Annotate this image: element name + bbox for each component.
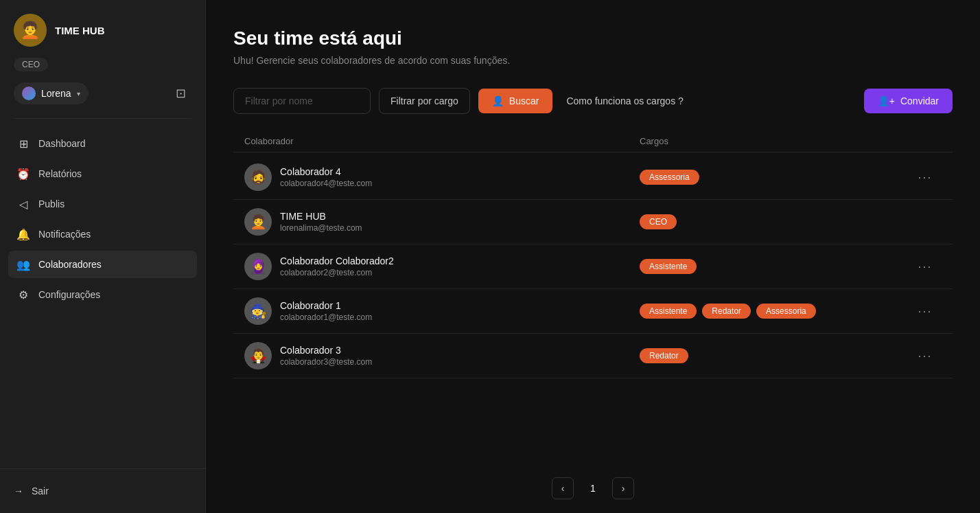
sidebar-item-dashboard-label: Dashboard [38,138,86,149]
collaborator-name: Colaborador 1 [280,300,372,311]
app-name: TIME HUB [55,25,105,36]
buscar-label: Buscar [509,95,539,106]
sidebar-item-configuracoes[interactable]: ⚙ Configurações [8,281,197,308]
sidebar: 🧑‍🦱 TIME HUB CEO Lorena ▾ ⊡ ⊞ Dashboard … [0,0,206,513]
user-pill[interactable]: Lorena ▾ [14,82,89,104]
convidar-label: Convidar [900,95,939,106]
collaborators-table: Colaborador Cargos 🧔 Colaborador 4 colab… [233,130,953,464]
sidebar-divider [14,118,191,119]
collaborator-info: 🧔 Colaborador 4 colaborador4@teste.com [244,163,640,191]
collaborator-email: colaborador3@teste.com [280,357,372,367]
collaborator-avatar: 🧕 [244,253,272,280]
collaborator-email: colaborador2@teste.com [280,268,394,277]
collaborator-avatar: 🧙 [244,297,272,325]
badge: Assessoria [756,304,816,319]
filter-name-input[interactable] [233,88,371,114]
user-name: Lorena [41,88,71,99]
publis-icon: ◁ [16,197,30,211]
table-row: 🧔 Colaborador 4 colaborador4@teste.com A… [233,155,953,200]
app-avatar: 🧑‍🦱 [14,14,47,47]
collaborator-avatar: 🧛 [244,342,272,369]
signout-label: Sair [32,486,49,497]
signout-button[interactable]: → Sair [14,480,191,502]
sidebar-item-notificacoes-label: Notificações [38,229,91,240]
collaborator-info: 🧕 Colaborador Colaborador2 colaborador2@… [244,253,640,280]
collaborator-name: Colaborador 4 [280,166,372,177]
next-page-button[interactable]: › [612,477,634,499]
collaborator-badges: Redator [640,348,914,363]
collaborator-info: 🧙 Colaborador 1 colaborador1@teste.com [244,297,640,325]
current-page: 1 [585,483,601,494]
sidebar-footer: → Sair [0,468,205,513]
sidebar-item-notificacoes[interactable]: 🔔 Notificações [8,220,197,248]
colaboradores-icon: 👥 [16,258,30,271]
table-row: 🧑‍🦱 TIME HUB lorenalima@teste.com CEO [233,200,953,244]
more-options-button[interactable]: ··· [914,255,936,277]
collaborator-email: colaborador4@teste.com [280,179,372,188]
more-options-button[interactable]: ··· [914,300,936,322]
sidebar-item-publis-label: Publis [38,198,65,209]
table-rows: 🧔 Colaborador 4 colaborador4@teste.com A… [233,155,953,378]
header-actions [914,136,942,146]
collaborator-badges: AssistenteRedatorAssessoria [640,304,914,319]
buscar-button[interactable]: 👤 Buscar [478,89,553,113]
sidebar-item-relatorios-label: Relatórios [38,168,82,179]
table-row: 🧕 Colaborador Colaborador2 colaborador2@… [233,244,953,289]
collaborator-name: Colaborador Colaborador2 [280,255,394,266]
more-options-button[interactable]: ··· [914,345,936,367]
sidebar-item-dashboard[interactable]: ⊞ Dashboard [8,130,197,157]
prev-page-button[interactable]: ‹ [552,477,574,499]
role-badge: CEO [14,58,48,71]
collaborator-info: 🧛 Colaborador 3 colaborador3@teste.com [244,342,640,369]
sidebar-item-colaboradores[interactable]: 👥 Colaboradores [8,251,197,278]
buscar-icon: 👤 [492,95,504,106]
sidebar-item-relatorios[interactable]: ⏰ Relatórios [8,160,197,187]
collaborator-badges: Assistente [640,259,914,274]
filter-cargo-button[interactable]: Filtrar por cargo [379,88,470,114]
pagination: ‹ 1 › [233,464,953,499]
header-colaborador: Colaborador [244,136,640,146]
collaborator-email: colaborador1@teste.com [280,312,372,322]
badge: Assistente [640,304,697,319]
collaborator-badges: Assessoria [640,170,914,185]
collaborator-avatar: 🧔 [244,163,272,191]
page-subtitle: Uhu! Gerencie seus colaboradores de acor… [233,55,953,66]
collaborator-email: lorenalima@teste.com [280,223,362,233]
dashboard-icon: ⊞ [16,137,30,150]
sidebar-header: 🧑‍🦱 TIME HUB [0,0,205,58]
notificacoes-icon: 🔔 [16,227,30,241]
more-options-button[interactable]: ··· [914,166,936,188]
collaborator-avatar: 🧑‍🦱 [244,208,272,236]
sidebar-item-configuracoes-label: Configurações [38,289,100,300]
convidar-icon: 👤+ [878,95,895,106]
badge: Assessoria [640,170,699,185]
como-funciona-button[interactable]: Como funciona os cargos ? [561,89,688,113]
signout-icon: → [14,486,23,497]
badge: CEO [640,214,677,229]
convidar-button[interactable]: 👤+ Convidar [864,89,953,113]
sidebar-item-publis[interactable]: ◁ Publis [8,190,197,218]
header-cargos: Cargos [640,136,914,146]
toolbar: Filtrar por cargo 👤 Buscar Como funciona… [233,88,953,114]
chevron-down-icon: ▾ [77,90,80,98]
table-row: 🧛 Colaborador 3 colaborador3@teste.com R… [233,334,953,378]
configuracoes-icon: ⚙ [16,288,30,301]
user-switcher: Lorena ▾ ⊡ [14,82,191,104]
user-dot [22,87,36,100]
collaborator-name: Colaborador 3 [280,345,372,356]
relatorios-icon: ⏰ [16,167,30,181]
nav-menu: ⊞ Dashboard ⏰ Relatórios ◁ Publis 🔔 Noti… [0,130,205,468]
table-row: 🧙 Colaborador 1 colaborador1@teste.com A… [233,289,953,334]
table-header: Colaborador Cargos [233,130,953,152]
collaborator-name: TIME HUB [280,211,362,222]
badge: Redator [702,304,751,319]
collaborator-badges: CEO [640,214,914,229]
screen-icon[interactable]: ⊡ [170,82,191,104]
main-content: Seu time está aqui Uhu! Gerencie seus co… [206,0,980,513]
filter-cargo-label: Filtrar por cargo [390,95,458,106]
collaborator-info: 🧑‍🦱 TIME HUB lorenalima@teste.com [244,208,640,236]
page-title: Seu time está aqui [233,27,953,49]
como-funciona-label: Como funciona os cargos ? [566,95,683,106]
badge: Assistente [640,259,697,274]
sidebar-item-colaboradores-label: Colaboradores [38,259,102,270]
